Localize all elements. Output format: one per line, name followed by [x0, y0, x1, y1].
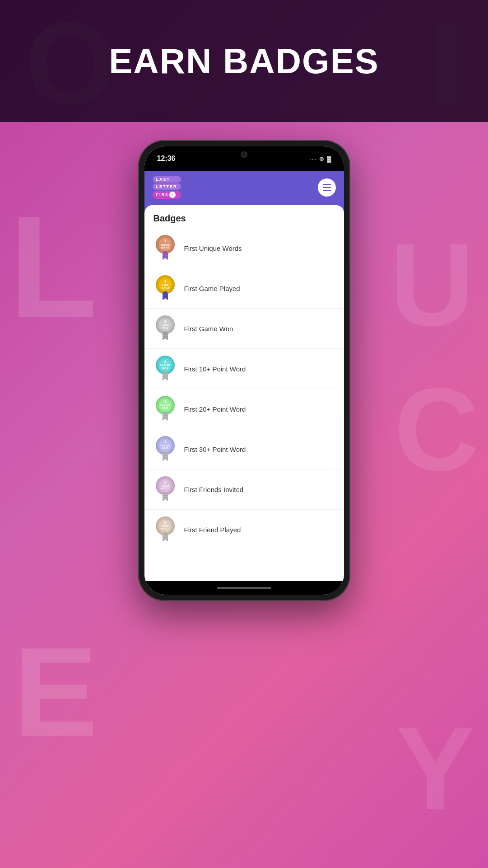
badge-label-20point: First 20+ Point Word [184, 405, 246, 413]
wifi-icon: ⊗ [319, 155, 324, 162]
badge-icon-10point: 1 10+ POINT WORD [153, 355, 177, 382]
svg-text:20+ POINT: 20+ POINT [160, 404, 170, 407]
bg-letter-c: C [394, 371, 479, 488]
svg-text:FRIEND: FRIEND [161, 525, 169, 527]
home-indicator [144, 581, 344, 595]
svg-text:1: 1 [164, 359, 166, 364]
badge-label-unique-words: First Unique Words [184, 244, 242, 252]
badge-label-game-played: First Game Played [184, 285, 240, 292]
home-bar [217, 587, 271, 589]
list-item: 1 GAME WON First Game Wo [144, 309, 344, 349]
app-content: LAST LETTER FIRST Badges [144, 171, 344, 581]
badges-title: Badges [144, 213, 344, 228]
page-title: EARN BADGES [109, 41, 379, 82]
bg-letter-l: L [9, 194, 97, 339]
badge-label-friends-invited: First Friends Invited [184, 486, 244, 493]
list-item: 1 10+ POINT WORD First 1 [144, 349, 344, 389]
list-item: 1 GAME PLAYED First Game [144, 268, 344, 309]
menu-line-1 [323, 184, 331, 185]
svg-text:1: 1 [164, 279, 166, 283]
svg-text:INVITED: INVITED [161, 488, 170, 490]
svg-text:1: 1 [164, 520, 166, 525]
svg-text:WORDS: WORDS [161, 246, 170, 249]
svg-text:10+ POINT: 10+ POINT [160, 364, 170, 366]
badge-icon-unique-words: 1 UNIQUE WORDS [153, 235, 177, 262]
menu-line-2 [323, 187, 331, 188]
svg-text:1: 1 [164, 399, 166, 404]
svg-text:PLAYED: PLAYED [161, 528, 170, 530]
svg-text:WON: WON [162, 327, 168, 329]
list-item: 1 UNIQUE WORDS [144, 228, 344, 268]
notch-camera [241, 151, 247, 158]
top-banner: EARN BADGES [0, 0, 488, 122]
status-time: 12:36 [157, 155, 176, 163]
svg-text:1: 1 [164, 239, 166, 243]
badges-scroll-area[interactable]: Badges 1 UNIQUE W [144, 205, 344, 581]
list-item: 1 30+ POINT WORD First 3 [144, 429, 344, 469]
logo-letter: LETTER [153, 183, 181, 190]
badge-label-30point: First 30+ Point Word [184, 446, 246, 453]
bg-letter-e: E [14, 629, 98, 755]
logo-last: LAST [153, 176, 181, 183]
logo-first: FIRST [153, 191, 181, 199]
badge-label-game-won: First Game Won [184, 325, 233, 333]
svg-text:PLAYED: PLAYED [161, 286, 170, 289]
status-bar: 12:36 ···· ⊗ ▓ [144, 146, 344, 171]
svg-text:WORD: WORD [162, 447, 168, 450]
svg-text:1: 1 [164, 319, 166, 324]
badge-label-friend-played: First Friend Played [184, 526, 241, 534]
svg-text:WORD: WORD [162, 367, 168, 369]
badge-icon-20point: 1 20+ POINT WORD [153, 395, 177, 422]
svg-text:1: 1 [164, 480, 166, 484]
badge-icon-30point: 1 30+ POINT WORD [153, 436, 177, 463]
badge-icon-friends-invited: 1 FRIENDS INVITED [153, 476, 177, 503]
battery-icon: ▓ [327, 155, 331, 162]
signal-icon: ···· [310, 155, 316, 162]
list-item: 1 FRIENDS INVITED First [144, 469, 344, 510]
bg-letter-u: U [390, 226, 474, 343]
badge-label-10point: First 10+ Point Word [184, 365, 246, 373]
list-item: 1 20+ POINT WORD First 2 [144, 389, 344, 429]
badge-list: 1 UNIQUE WORDS [144, 228, 344, 549]
notch [213, 146, 276, 163]
app-logo: LAST LETTER FIRST [153, 176, 181, 199]
menu-line-3 [323, 190, 331, 191]
badge-icon-game-won: 1 GAME WON [153, 315, 177, 342]
status-icons: ···· ⊗ ▓ [310, 155, 331, 162]
bg-letter-y: Y [396, 710, 474, 827]
menu-button[interactable] [318, 178, 336, 197]
app-header: LAST LETTER FIRST [144, 171, 344, 205]
badges-card: Badges 1 UNIQUE W [144, 205, 344, 549]
badge-icon-game-played: 1 GAME PLAYED [153, 275, 177, 302]
phone-body: 12:36 ···· ⊗ ▓ LAST LETTER FIRST [138, 140, 350, 601]
svg-text:FRIENDS: FRIENDS [161, 485, 170, 487]
list-item: 1 FRIEND PLAYED First Fr [144, 510, 344, 549]
phone-mockup: 12:36 ···· ⊗ ▓ LAST LETTER FIRST [138, 140, 350, 601]
badge-icon-friend-played: 1 FRIEND PLAYED [153, 516, 177, 543]
svg-text:30+ POINT: 30+ POINT [160, 445, 170, 447]
phone-screen: 12:36 ···· ⊗ ▓ LAST LETTER FIRST [144, 146, 344, 595]
svg-text:WORD: WORD [162, 407, 168, 409]
svg-text:1: 1 [164, 440, 166, 444]
